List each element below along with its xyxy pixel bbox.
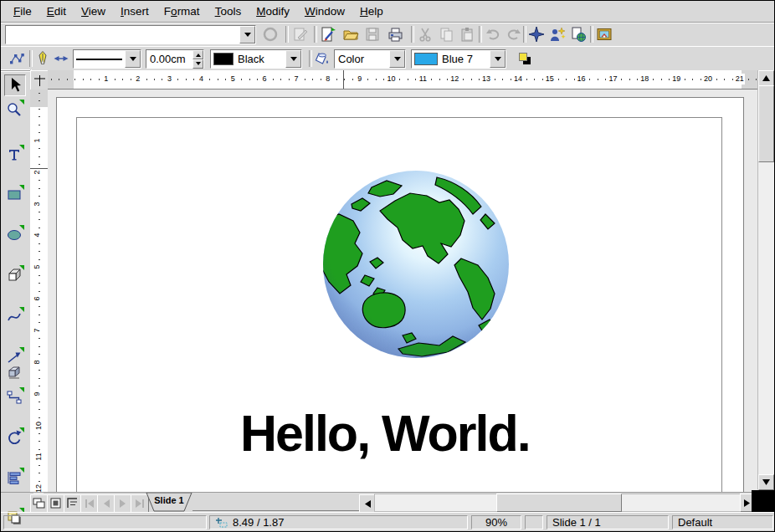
ruler-number: 16 bbox=[577, 74, 587, 84]
line-style-preview bbox=[74, 50, 125, 68]
tool-alignment[interactable] bbox=[4, 468, 24, 488]
tool-zoom[interactable] bbox=[4, 100, 24, 120]
vertical-ruler[interactable]: 123456789101112 bbox=[30, 90, 49, 492]
status-bar: 8.49 / 1.87 90% Slide 1 / 1 Default bbox=[1, 512, 774, 532]
ruler-number: 1 bbox=[32, 137, 42, 143]
cut-button[interactable] bbox=[415, 24, 435, 44]
url-combobox[interactable] bbox=[5, 25, 256, 44]
next-slide-button[interactable] bbox=[114, 494, 132, 513]
ruler-number: 5 bbox=[230, 74, 236, 84]
layer-view-button[interactable] bbox=[64, 494, 82, 513]
line-width-value[interactable]: 0.00cm bbox=[146, 50, 192, 68]
status-modified-flag bbox=[525, 515, 543, 529]
gallery-button[interactable] bbox=[594, 24, 614, 44]
separator bbox=[314, 26, 317, 43]
drawing-canvas[interactable]: Hello, World. bbox=[48, 90, 757, 492]
menu-window[interactable]: Window bbox=[297, 3, 352, 20]
globe-graphic[interactable] bbox=[321, 169, 511, 360]
shadow-button[interactable] bbox=[515, 49, 535, 69]
tool-connector[interactable] bbox=[4, 387, 24, 407]
navigator-button[interactable] bbox=[526, 24, 547, 44]
previous-slide-button[interactable] bbox=[97, 494, 115, 513]
print-button[interactable] bbox=[385, 24, 405, 44]
line-button[interactable] bbox=[33, 49, 53, 69]
edit-file-icon bbox=[292, 26, 309, 43]
tool-curve[interactable] bbox=[4, 307, 24, 327]
tool-3d-objects[interactable] bbox=[4, 265, 24, 285]
ruler-number: 6 bbox=[262, 74, 268, 84]
fill-type-dropdown-button[interactable] bbox=[389, 50, 405, 68]
fill-button[interactable] bbox=[312, 49, 332, 69]
tool-text[interactable] bbox=[4, 145, 24, 165]
autopilot-icon bbox=[549, 26, 566, 43]
arrow-ends-icon bbox=[53, 50, 69, 67]
horizontal-ruler[interactable]: 123456789101112131415161718192021 bbox=[48, 70, 757, 90]
hyperlink-button[interactable] bbox=[568, 24, 588, 44]
tool-rectangle[interactable] bbox=[4, 185, 24, 205]
spin-up-button[interactable] bbox=[192, 50, 203, 59]
fill-color-dropdown-button[interactable] bbox=[490, 50, 506, 68]
ruler-ticks bbox=[38, 93, 40, 492]
first-slide-button[interactable] bbox=[80, 494, 99, 513]
line-style-select[interactable] bbox=[73, 49, 141, 69]
menu-format[interactable]: Format bbox=[157, 3, 208, 20]
vertical-scrollbar[interactable] bbox=[757, 70, 774, 489]
copy-button[interactable] bbox=[436, 24, 456, 44]
fill-can-icon bbox=[314, 50, 331, 67]
fill-color-select[interactable]: Blue 7 bbox=[411, 49, 506, 69]
redo-button[interactable] bbox=[504, 24, 524, 44]
stop-button[interactable] bbox=[260, 24, 280, 44]
alignment-icon bbox=[6, 469, 23, 486]
line-color-dropdown-button[interactable] bbox=[285, 50, 301, 68]
status-page-style[interactable]: Default bbox=[672, 515, 773, 529]
tool-rotate[interactable] bbox=[4, 427, 24, 448]
menu-view[interactable]: View bbox=[74, 3, 113, 20]
tab-label: Slide 1 bbox=[146, 495, 192, 505]
url-input[interactable] bbox=[6, 26, 239, 43]
separator bbox=[590, 26, 593, 43]
line-width-stepper[interactable]: 0.00cm bbox=[146, 49, 204, 69]
scroll-up-button[interactable] bbox=[758, 70, 774, 86]
status-slide-number[interactable]: Slide 1 / 1 bbox=[547, 515, 669, 529]
master-view-button[interactable] bbox=[47, 494, 65, 513]
ruler-number: 5 bbox=[32, 264, 42, 270]
status-zoom[interactable]: 90% bbox=[471, 515, 521, 529]
vertical-scrollbar-thumb[interactable] bbox=[758, 85, 774, 162]
arrow-style-button[interactable] bbox=[51, 49, 71, 69]
slide-view-button[interactable] bbox=[30, 494, 49, 513]
edit-points-button[interactable] bbox=[7, 49, 27, 69]
undo-button[interactable] bbox=[483, 24, 503, 44]
status-position[interactable]: 8.49 / 1.87 bbox=[209, 515, 468, 529]
tab-slide-1[interactable]: Slide 1 bbox=[146, 493, 192, 512]
tool-select[interactable] bbox=[4, 74, 26, 96]
edit-file-button[interactable] bbox=[290, 24, 311, 44]
ruler-number: 19 bbox=[671, 74, 681, 84]
ruler-origin-button[interactable] bbox=[30, 70, 49, 90]
fill-color-value: Blue 7 bbox=[442, 53, 473, 65]
next-icon bbox=[117, 498, 129, 509]
slide-title-text[interactable]: Hello, World. bbox=[240, 404, 530, 463]
scroll-down-button[interactable] bbox=[758, 474, 774, 490]
fill-type-select[interactable]: Color bbox=[334, 49, 406, 69]
horizontal-scrollbar-thumb[interactable] bbox=[496, 494, 622, 512]
menu-edit[interactable]: Edit bbox=[39, 3, 74, 20]
autopilot-button[interactable] bbox=[547, 24, 567, 44]
menu-file[interactable]: File bbox=[6, 3, 39, 20]
menu-insert[interactable]: Insert bbox=[113, 3, 157, 20]
menu-help[interactable]: Help bbox=[352, 3, 391, 20]
hscroll-left-button[interactable] bbox=[359, 494, 376, 513]
new-document-button[interactable] bbox=[318, 24, 338, 44]
menu-tools[interactable]: Tools bbox=[208, 3, 249, 20]
save-button[interactable] bbox=[362, 24, 382, 44]
line-color-select[interactable]: Black bbox=[210, 49, 302, 69]
line-style-dropdown-button[interactable] bbox=[125, 50, 141, 68]
spin-down-button[interactable] bbox=[192, 59, 203, 69]
ruler-number: 13 bbox=[481, 74, 491, 84]
tool-effects[interactable] bbox=[4, 362, 24, 382]
paste-button[interactable] bbox=[457, 24, 477, 44]
open-button[interactable] bbox=[341, 24, 361, 44]
ruler-number: 7 bbox=[293, 74, 299, 84]
url-dropdown-button[interactable] bbox=[239, 26, 255, 43]
menu-modify[interactable]: Modify bbox=[249, 3, 297, 20]
tool-ellipse[interactable] bbox=[4, 225, 24, 245]
